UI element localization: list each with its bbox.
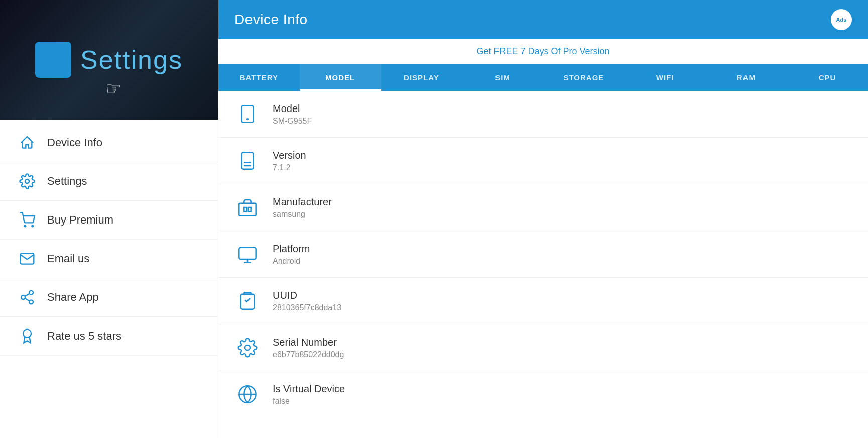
info-text-platform: Platform Android bbox=[273, 243, 310, 266]
sidebar-label-buy-premium: Buy Premium bbox=[47, 213, 113, 227]
svg-rect-14 bbox=[239, 203, 256, 216]
svg-point-2 bbox=[32, 226, 33, 227]
sidebar-item-email-us[interactable]: Email us bbox=[0, 240, 218, 278]
star-icon bbox=[18, 327, 36, 345]
sidebar-label-device-info: Device Info bbox=[47, 136, 102, 149]
model-label: Model bbox=[273, 103, 312, 115]
sidebar-item-settings[interactable]: Settings bbox=[0, 162, 218, 201]
tab-battery[interactable]: BATTERY bbox=[218, 64, 300, 91]
version-value: 7.1.2 bbox=[273, 163, 306, 172]
info-row-model: Model SM-G955F bbox=[218, 91, 868, 138]
tab-wifi[interactable]: WIFI bbox=[625, 64, 706, 91]
platform-value: Android bbox=[273, 257, 310, 266]
manufacturer-value: samsung bbox=[273, 210, 332, 219]
gear-icon bbox=[18, 172, 36, 190]
version-label: Version bbox=[273, 150, 306, 161]
manufacturer-label: Manufacturer bbox=[273, 196, 332, 208]
info-row-version: Version 7.1.2 bbox=[218, 138, 868, 184]
sidebar-label-email-us: Email us bbox=[47, 252, 89, 265]
sidebar: Settings ☞ Device Info Settings Buy Prem… bbox=[0, 0, 218, 438]
tab-bar: BATTERY MODEL DISPLAY SIM STORAGE WIFI R… bbox=[218, 64, 868, 91]
info-text-model: Model SM-G955F bbox=[273, 103, 312, 126]
promo-text: Get FREE 7 Days Of Pro Version bbox=[476, 46, 609, 56]
clipboard-icon bbox=[234, 288, 261, 314]
cursor-icon: ☞ bbox=[105, 78, 121, 99]
info-row-manufacturer: Manufacturer samsung bbox=[218, 184, 868, 231]
info-text-manufacturer: Manufacturer samsung bbox=[273, 196, 332, 219]
sidebar-label-settings: Settings bbox=[47, 175, 87, 188]
info-text-virtual: Is Virtual Device false bbox=[273, 383, 345, 406]
sidebar-label-rate-us: Rate us 5 stars bbox=[47, 330, 121, 343]
globe-icon bbox=[234, 381, 261, 407]
settings-icon-box bbox=[35, 42, 71, 78]
uuid-label: UUID bbox=[273, 290, 341, 301]
content-area: Model SM-G955F Version 7.1.2 Manufacture… bbox=[218, 91, 868, 438]
info-row-platform: Platform Android bbox=[218, 231, 868, 278]
mail-icon bbox=[18, 250, 36, 268]
tab-sim[interactable]: SIM bbox=[462, 64, 543, 91]
app-header: Device Info Ads bbox=[218, 0, 868, 39]
tab-storage[interactable]: STORAGE bbox=[543, 64, 625, 91]
platform-icon bbox=[234, 241, 261, 267]
svg-point-8 bbox=[23, 330, 31, 338]
sidebar-hero-image: Settings ☞ bbox=[0, 0, 218, 120]
info-text-serial: Serial Number e6b77b85022dd0dg bbox=[273, 337, 344, 359]
svg-rect-17 bbox=[239, 248, 256, 259]
model-value: SM-G955F bbox=[273, 117, 312, 126]
svg-point-19 bbox=[245, 345, 250, 350]
tab-ram[interactable]: RAM bbox=[706, 64, 787, 91]
platform-label: Platform bbox=[273, 243, 310, 255]
main-content: Device Info Ads Get FREE 7 Days Of Pro V… bbox=[218, 0, 868, 438]
promo-bar[interactable]: Get FREE 7 Days Of Pro Version bbox=[218, 39, 868, 64]
sidebar-item-device-info[interactable]: Device Info bbox=[0, 124, 218, 162]
svg-rect-16 bbox=[249, 207, 251, 211]
share-icon bbox=[18, 288, 36, 306]
sidebar-nav: Device Info Settings Buy Premium Email u… bbox=[0, 120, 218, 360]
sidebar-label-share-app: Share App bbox=[47, 291, 99, 304]
ads-badge: Ads bbox=[831, 9, 852, 30]
svg-point-4 bbox=[21, 295, 25, 299]
tab-model[interactable]: MODEL bbox=[300, 64, 381, 91]
sidebar-item-buy-premium[interactable]: Buy Premium bbox=[0, 201, 218, 240]
tab-display[interactable]: DISPLAY bbox=[381, 64, 462, 91]
virtual-value: false bbox=[273, 397, 345, 406]
serial-gear-icon bbox=[234, 335, 261, 361]
info-row-serial: Serial Number e6b77b85022dd0dg bbox=[218, 324, 868, 371]
svg-point-5 bbox=[29, 300, 33, 304]
sidebar-item-share-app[interactable]: Share App bbox=[0, 278, 218, 317]
svg-rect-15 bbox=[244, 207, 246, 211]
virtual-label: Is Virtual Device bbox=[273, 383, 345, 395]
serial-value: e6b77b85022dd0dg bbox=[273, 350, 344, 359]
phone-version-icon bbox=[234, 148, 261, 174]
info-row-uuid: UUID 2810365f7c8dda13 bbox=[218, 278, 868, 324]
svg-rect-11 bbox=[241, 152, 253, 169]
info-text-uuid: UUID 2810365f7c8dda13 bbox=[273, 290, 341, 312]
home-icon bbox=[18, 134, 36, 152]
tab-cpu[interactable]: CPU bbox=[787, 64, 868, 91]
svg-point-3 bbox=[29, 291, 33, 295]
serial-label: Serial Number bbox=[273, 337, 344, 348]
svg-point-0 bbox=[25, 179, 29, 183]
info-text-version: Version 7.1.2 bbox=[273, 150, 306, 172]
building-icon bbox=[234, 194, 261, 221]
settings-hero-label: Settings bbox=[80, 45, 183, 75]
uuid-value: 2810365f7c8dda13 bbox=[273, 303, 341, 312]
sidebar-item-rate-us[interactable]: Rate us 5 stars bbox=[0, 317, 218, 356]
page-title: Device Info bbox=[234, 12, 308, 28]
phone-icon bbox=[234, 101, 261, 127]
cart-icon bbox=[18, 211, 36, 229]
info-row-virtual: Is Virtual Device false bbox=[218, 371, 868, 417]
svg-line-6 bbox=[25, 298, 29, 301]
svg-line-7 bbox=[25, 294, 29, 296]
svg-point-1 bbox=[25, 226, 26, 227]
